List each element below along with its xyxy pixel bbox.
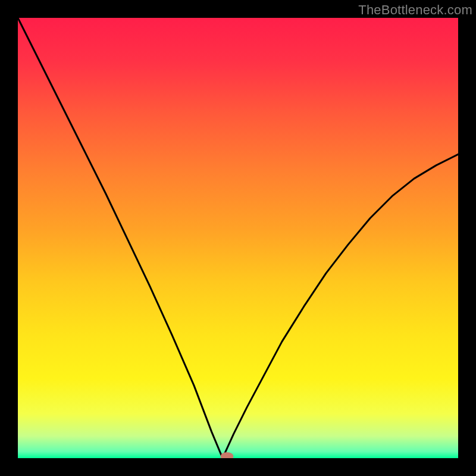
watermark-text: TheBottleneck.com [358, 2, 472, 18]
bottleneck-chart [0, 0, 476, 476]
frame-bottom [0, 458, 476, 476]
frame-right [458, 0, 476, 476]
gradient-background [18, 18, 458, 458]
frame-left [0, 0, 18, 476]
chart-container: { "watermark": "TheBottleneck.com", "gra… [0, 0, 476, 476]
